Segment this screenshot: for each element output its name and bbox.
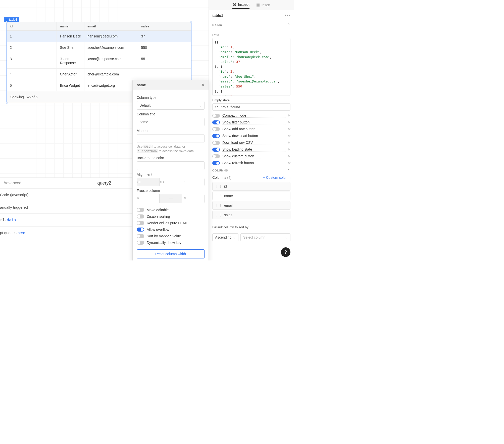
insert-icon [256, 3, 260, 7]
drag-icon[interactable]: ⋮⋮ [215, 184, 222, 188]
section-columns[interactable]: COLUMNS [212, 169, 228, 172]
cell-sales: 55 [138, 53, 191, 68]
fx-icon[interactable]: fx [288, 141, 290, 145]
column-header-email[interactable]: email [84, 22, 138, 30]
component-name[interactable]: table1 [212, 13, 223, 18]
tab-insert[interactable]: Insert [256, 3, 270, 9]
bg-color-label: Background color [137, 156, 205, 160]
fx-icon[interactable]: fx [288, 134, 290, 138]
resize-handle[interactable] [6, 102, 8, 104]
table-row[interactable]: 3Jason Responsejason@response.com55 [7, 53, 191, 69]
toggle-switch[interactable] [212, 134, 220, 138]
toggle-switch[interactable] [212, 114, 220, 118]
advanced-label[interactable]: Advanced [4, 181, 21, 185]
toggle-switch[interactable] [137, 208, 144, 212]
drag-icon[interactable]: ⋮⋮ [215, 194, 222, 198]
svg-point-5 [7, 20, 7, 21]
table-header-row: id name email sales [7, 22, 191, 31]
more-menu-button[interactable]: ••• [285, 13, 290, 18]
sort-column-select[interactable]: Select column⌄ [240, 233, 290, 241]
toggle-switch[interactable] [212, 141, 220, 145]
toggle-switch[interactable] [212, 154, 220, 158]
toggle-label: Show download button [222, 134, 285, 138]
fx-icon[interactable]: fx [288, 127, 290, 131]
toggle-row: Sort by mapped value [137, 233, 205, 239]
toggle-label: Show add row button [222, 127, 285, 131]
toggle-switch[interactable] [212, 161, 220, 165]
column-header-name[interactable]: name [57, 22, 84, 30]
mapper-input[interactable] [137, 134, 205, 143]
cell-name: Hanson Deck [57, 31, 84, 42]
toggle-label: Show refresh button [222, 161, 285, 165]
column-header-sales[interactable]: sales [138, 22, 191, 30]
drag-icon[interactable]: ⋮⋮ [215, 203, 222, 207]
toggle-switch[interactable] [212, 127, 220, 131]
table-row[interactable]: 2Sue Sheisueshei@example.com550 [7, 42, 191, 53]
fx-icon[interactable]: fx [288, 120, 290, 124]
here-link[interactable]: here [18, 231, 25, 235]
alignment-label: Alignment [137, 172, 205, 176]
toggle-row: Download raw CSVfx [209, 139, 294, 146]
toggle-switch[interactable] [212, 148, 220, 152]
column-item[interactable]: ⋮⋮id [212, 182, 290, 191]
cell-sales: 550 [138, 42, 191, 53]
help-button[interactable]: ? [281, 247, 290, 257]
sort-direction-select[interactable]: Ascending⌄ [212, 233, 238, 241]
close-icon[interactable]: ✕ [201, 82, 205, 87]
cell-name: Erica Widget [57, 80, 84, 91]
tab-inspect[interactable]: Inspect [232, 3, 249, 9]
align-center-button[interactable] [160, 178, 182, 186]
toggle-switch[interactable] [137, 221, 144, 225]
fx-icon[interactable]: fx [288, 114, 290, 117]
resize-handle[interactable] [6, 21, 8, 23]
freeze-none-button[interactable]: — [160, 194, 182, 203]
chevron-up-icon[interactable]: ⌃ [287, 168, 290, 172]
add-custom-column-link[interactable]: + Custom column [263, 175, 290, 180]
cell-name: Sue Shei [57, 42, 84, 53]
query-name[interactable]: query2 [97, 181, 111, 186]
empty-state-input[interactable]: No rows found [212, 103, 290, 111]
freeze-right-button[interactable] [182, 194, 204, 203]
toggle-switch[interactable] [137, 228, 144, 232]
rows-summary: Showing 1–5 of 5 [10, 95, 37, 99]
toggle-switch[interactable] [137, 234, 144, 238]
toggle-label: Show custom button [222, 154, 285, 158]
freeze-left-button[interactable] [137, 194, 160, 203]
toggle-switch[interactable] [212, 120, 220, 124]
default-sort-label: Default column to sort by [212, 225, 248, 229]
section-basic[interactable]: BASIC [212, 23, 222, 26]
column-item-label: sales [224, 213, 232, 217]
data-code-editor[interactable]: [{ "id": 1, "name": "Hanson Deck", "emai… [212, 38, 290, 96]
resize-handle[interactable] [190, 21, 192, 23]
table-row[interactable]: 4Cher Actorcher@example.com [7, 69, 191, 80]
alignment-segmented [137, 178, 205, 186]
align-right-button[interactable] [182, 178, 204, 186]
toggle-switch[interactable] [137, 214, 144, 218]
fx-icon[interactable]: fx [288, 161, 290, 165]
cell-name: Cher Actor [57, 69, 84, 80]
fx-icon[interactable]: fx [288, 154, 290, 158]
column-item[interactable]: ⋮⋮sales [212, 211, 290, 219]
column-title-input[interactable]: name [137, 118, 205, 126]
drag-icon[interactable]: ⋮⋮ [215, 213, 222, 217]
table-row[interactable]: 1Hanson Deckhanson@deck.com37 [7, 31, 191, 42]
cell-id: 4 [7, 69, 57, 80]
column-header-id[interactable]: id [7, 22, 57, 30]
svg-point-2 [6, 20, 6, 21]
column-item[interactable]: ⋮⋮email [212, 201, 290, 210]
svg-point-4 [7, 19, 7, 20]
align-left-button[interactable] [137, 178, 160, 186]
freeze-segmented: — [137, 194, 205, 203]
column-item[interactable]: ⋮⋮name [212, 192, 290, 200]
component-tag-label: table1 [9, 18, 17, 21]
fx-icon[interactable]: fx [288, 148, 290, 151]
column-type-select[interactable]: Default⌄ [137, 101, 205, 110]
bg-color-input[interactable] [137, 161, 205, 170]
toggle-row: Show add row buttonfx [209, 126, 294, 132]
toggle-switch[interactable] [137, 241, 144, 245]
svg-rect-6 [257, 4, 258, 5]
chevron-up-icon[interactable]: ⌃ [287, 23, 290, 27]
toggle-row: Show loading statefx [209, 146, 294, 153]
cell-id: 3 [7, 53, 57, 68]
reset-column-width-button[interactable]: Reset column width [137, 249, 205, 258]
